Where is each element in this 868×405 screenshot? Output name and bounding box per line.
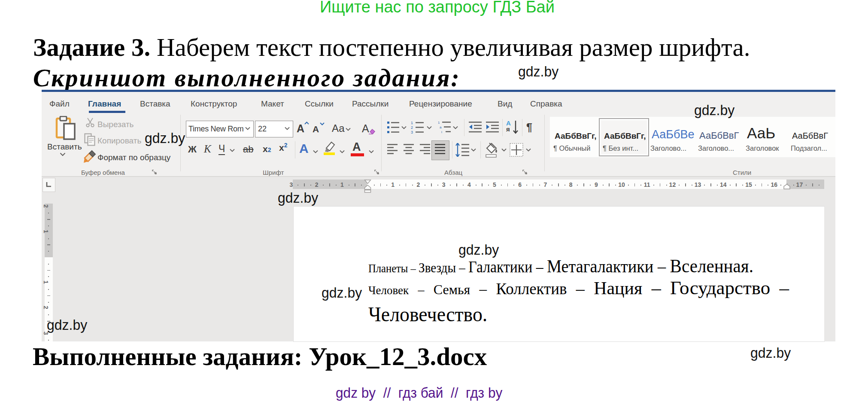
svg-text:2: 2 <box>411 125 413 130</box>
svg-text:1: 1 <box>411 121 413 125</box>
svg-text:i: i <box>441 130 442 134</box>
svg-text:1: 1 <box>438 121 440 125</box>
svg-text:a: a <box>440 125 442 129</box>
svg-text:3: 3 <box>411 130 413 134</box>
